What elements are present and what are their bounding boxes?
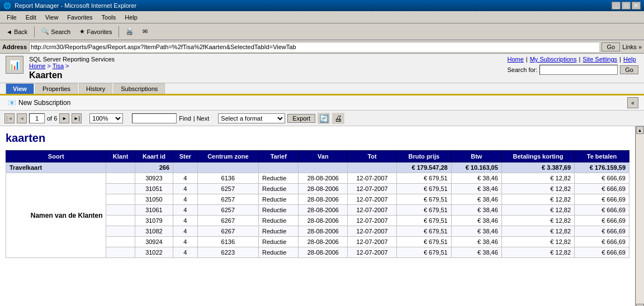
menu-view[interactable]: View [41,13,63,22]
new-subscription-button[interactable]: 📧 New Subscription [6,98,73,108]
menu-favorites[interactable]: Favorites [63,13,97,22]
search-icon: 🔍 [41,28,49,35]
print-button[interactable]: 🖨️ [122,25,138,39]
first-page-button[interactable]: |◄ [4,113,15,123]
cell-bruto: € 679,51 [396,247,451,258]
nav-site-settings[interactable]: Site Settings [583,56,617,63]
cell-ster: 4 [173,194,198,205]
cell-tot: 12-07-2007 [348,205,397,216]
favorites-icon: ★ [79,28,85,35]
cell-centrum: 6267 [197,226,258,237]
search-button[interactable]: 🔍 Search [37,25,74,39]
menu-edit[interactable]: Edit [21,13,41,22]
cell-betalings: € 12,82 [501,173,574,184]
last-page-button[interactable]: ►| [72,113,82,123]
tab-properties[interactable]: Properties [35,83,78,94]
favorites-button[interactable]: ★ Favorites [75,25,116,39]
refresh-button[interactable]: 🔄 [318,113,330,124]
table-row: Namen van de Klanten 30923 4 6136 Reduct… [6,173,629,184]
window-controls[interactable]: _ □ ✕ [612,2,641,9]
cell-tarief: Reductie [259,184,299,194]
collapse-icon: « [631,100,634,106]
nav-separator-1: | [526,56,528,63]
minimize-button[interactable]: _ [612,2,621,9]
cell-betalings: € 12,82 [501,205,574,216]
breadcrumb-home[interactable]: Home [29,63,45,69]
cell-te-betalen: € 666,69 [575,184,629,194]
col-kaartid: Kaart id [135,151,173,162]
summary-centrum [197,162,258,173]
cell-klant [106,247,135,258]
cell-te-betalen: € 666,69 [575,226,629,237]
cell-kaartid: 30923 [135,173,173,184]
find-input[interactable] [132,113,177,123]
cell-betalings: € 12,82 [501,226,574,237]
print-report-button[interactable]: 🖨 [332,113,344,124]
cell-kaartid: 31079 [135,216,173,226]
cell-kaartid: 31061 [135,205,173,216]
cell-btw: € 38,46 [451,237,501,247]
address-input[interactable] [29,42,599,52]
cell-van: 28-08-2006 [299,237,348,247]
address-go-button[interactable]: Go [602,42,620,51]
maximize-button[interactable]: □ [622,2,631,9]
cell-klant [106,216,135,226]
window-title: Report Manager - Microsoft Internet Expl… [15,2,136,9]
next-page-button[interactable]: ► [59,113,69,123]
breadcrumb-tisa[interactable]: Tisa [53,63,64,69]
summary-ster [173,162,198,173]
zoom-select[interactable]: 100% 75% 50% Page Width Whole Page [89,113,123,123]
cell-van: 28-08-2006 [299,184,348,194]
of-pages-text: of 6 [47,115,57,122]
cell-kaartid: 30924 [135,237,173,247]
menu-help[interactable]: Help [120,13,142,22]
cell-btw: € 38,46 [451,247,501,258]
tab-history[interactable]: History [79,83,112,94]
report-main-title: kaarten [6,132,629,145]
pagination-toolbar: |◄ ◄ of 6 ► ►| 100% 75% 50% Page Width W… [0,111,644,126]
scrollbar-up-button[interactable]: ▲ [636,126,644,134]
ie-icon: 🌐 [3,2,11,9]
cell-btw: € 38,46 [451,216,501,226]
cell-kaartid: 31051 [135,184,173,194]
cell-te-betalen: € 666,69 [575,247,629,258]
mail-button[interactable]: ✉ [139,25,151,39]
tab-view[interactable]: View [6,83,34,94]
close-button[interactable]: ✕ [632,2,641,9]
cell-te-betalen: € 666,69 [575,205,629,216]
cell-tot: 12-07-2007 [348,184,397,194]
format-select[interactable]: Select a format XML CSV PDF MHTML Excel … [218,113,285,123]
search-input[interactable] [539,65,618,75]
cell-bruto: € 679,51 [396,194,451,205]
cell-van: 28-08-2006 [299,216,348,226]
cell-btw: € 38,46 [451,194,501,205]
nav-help[interactable]: Help [623,56,636,63]
collapse-button[interactable]: « [627,97,638,108]
nav-subscriptions[interactable]: My Subscriptions [530,56,577,63]
scrollbar-down-button[interactable]: ▼ [636,304,644,306]
back-button[interactable]: ◄ Back [2,25,31,39]
cell-bruto: € 679,51 [396,184,451,194]
summary-betalings: € 3.387,69 [501,162,574,173]
find-label: Find [179,115,191,122]
cell-tot: 12-07-2007 [348,173,397,184]
cell-ster: 4 [173,205,198,216]
page-number-input[interactable] [29,113,45,123]
cell-van: 28-08-2006 [299,226,348,237]
export-button[interactable]: Export [287,114,315,123]
menu-tools[interactable]: Tools [97,13,121,22]
cell-tarief: Reductie [259,205,299,216]
nav-separator-2: | [579,56,580,63]
menu-file[interactable]: File [2,13,21,22]
nav-home[interactable]: Home [508,56,524,63]
tab-subscriptions[interactable]: Subscriptions [113,83,165,94]
back-icon: ◄ [6,28,12,35]
summary-row: Travelkaart 266 € 179.547,28 € 10.163,05… [6,162,629,173]
address-bar: Address Go Links » [0,40,644,54]
cell-klant [106,184,135,194]
cell-kaartid: 31082 [135,226,173,237]
search-go-button[interactable]: Go [620,65,638,74]
cell-tarief: Reductie [259,237,299,247]
cell-ster: 4 [173,216,198,226]
prev-page-button[interactable]: ◄ [17,113,27,123]
